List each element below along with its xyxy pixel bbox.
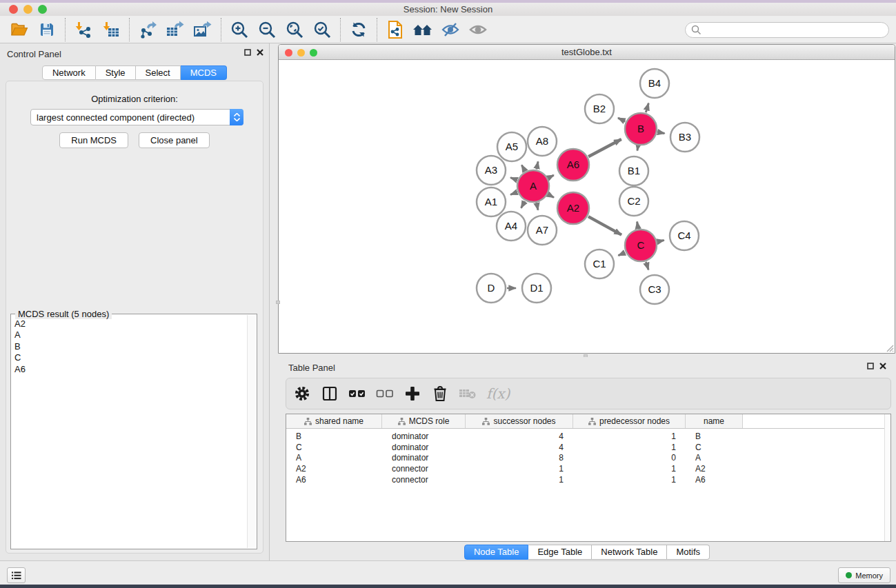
table-row[interactable]: Bdominator41B (286, 431, 890, 442)
node-D1[interactable]: D1 (522, 274, 551, 303)
edge-C-C2 (637, 222, 639, 229)
node-B2[interactable]: B2 (585, 94, 614, 123)
node-B1[interactable]: B1 (619, 156, 648, 185)
network-graph-canvas[interactable]: B4B2BB3A8A5A6A3B1AA1C2A2A4A7C4CC1C3DD1 (279, 61, 894, 353)
result-scrollbar[interactable] (247, 315, 256, 548)
export-image-icon[interactable] (189, 17, 217, 42)
search-input[interactable] (685, 22, 889, 38)
svg-text:D1: D1 (530, 282, 543, 294)
result-item[interactable]: A (11, 330, 247, 341)
cell-successor-nodes: 8 (466, 453, 573, 463)
minimize-window-button[interactable] (23, 5, 32, 14)
criterion-dropdown[interactable]: largest connected component (directed) (30, 109, 243, 125)
column-header-MCDS-role[interactable]: MCDS role (382, 414, 466, 428)
edge-C-C1 (618, 252, 625, 255)
home-icon[interactable] (409, 17, 437, 42)
node-C3[interactable]: C3 (640, 275, 669, 304)
cell-successor-nodes: 1 (466, 464, 573, 474)
column-header-name[interactable]: name (686, 414, 743, 428)
table-row[interactable]: Adominator80A (286, 453, 890, 464)
tab-style[interactable]: Style (96, 65, 136, 80)
result-item[interactable]: B (11, 341, 247, 352)
column-header-shared-name[interactable]: shared name (286, 414, 382, 428)
maximize-network-window-button[interactable] (310, 49, 317, 57)
tab-node-table[interactable]: Node Table (464, 545, 529, 560)
delete-icon[interactable] (431, 385, 449, 403)
task-history-button[interactable] (7, 567, 26, 583)
refresh-icon[interactable] (345, 17, 372, 42)
resize-handle-icon[interactable] (884, 343, 894, 352)
table-row[interactable]: Cdominator41C (286, 442, 890, 453)
close-network-window-button[interactable] (285, 49, 292, 57)
eye-icon[interactable] (464, 17, 492, 42)
clear-checkboxes-icon[interactable] (376, 385, 394, 403)
run-mcds-button[interactable]: Run MCDS (59, 132, 128, 148)
edge-A-A6 (548, 175, 554, 178)
save-session-icon[interactable] (33, 17, 61, 42)
node-C2[interactable]: C2 (619, 187, 648, 216)
zoom-selected-icon[interactable] (308, 17, 336, 42)
memory-button[interactable]: Memory (838, 567, 890, 583)
tab-motifs[interactable]: Motifs (667, 545, 710, 560)
node-A1[interactable]: A1 (477, 187, 506, 216)
result-item[interactable]: A6 (11, 364, 247, 375)
node-A5[interactable]: A5 (497, 132, 526, 161)
select-all-checkboxes-icon[interactable] (348, 385, 366, 403)
close-panel-icon[interactable] (257, 49, 263, 56)
node-A[interactable]: A (517, 170, 549, 202)
tab-edge-table[interactable]: Edge Table (528, 545, 592, 560)
maximize-window-button[interactable] (38, 5, 47, 14)
float-table-panel-icon[interactable] (867, 363, 874, 369)
export-network-icon[interactable] (134, 17, 161, 42)
float-panel-icon[interactable] (244, 49, 251, 56)
add-column-icon[interactable] (404, 385, 421, 403)
minimize-network-window-button[interactable] (297, 49, 305, 57)
result-item[interactable]: C (11, 352, 247, 363)
node-A2[interactable]: A2 (557, 192, 589, 224)
close-table-panel-icon[interactable] (879, 363, 886, 369)
node-A7[interactable]: A7 (528, 216, 557, 245)
zoom-out-icon[interactable] (253, 17, 281, 42)
import-table-icon[interactable] (97, 17, 125, 42)
node-C[interactable]: C (625, 230, 657, 261)
svg-text:A: A (530, 180, 537, 192)
column-header-successor-nodes[interactable]: successor nodes (466, 414, 573, 428)
node-B3[interactable]: B3 (670, 123, 699, 152)
column-header-predecessor-nodes[interactable]: predecessor nodes (573, 414, 686, 428)
network-from-file-icon[interactable] (381, 17, 409, 42)
dropdown-stepper-icon (230, 109, 243, 125)
result-item[interactable]: A2 (11, 318, 247, 330)
network-window-titlebar[interactable]: testGlobe.txt (279, 45, 895, 60)
splitter-grip[interactable] (276, 301, 280, 304)
node-C4[interactable]: C4 (670, 221, 699, 250)
tab-mcds[interactable]: MCDS (181, 65, 227, 80)
table-panel-title: Table Panel (288, 363, 335, 373)
table-scrollbar[interactable] (884, 414, 890, 541)
import-network-icon[interactable] (70, 17, 97, 42)
node-A4[interactable]: A4 (497, 212, 526, 241)
node-D[interactable]: D (477, 274, 506, 303)
close-window-button[interactable] (9, 5, 18, 14)
node-B4[interactable]: B4 (640, 69, 669, 98)
settings-gear-icon[interactable] (293, 385, 311, 403)
zoom-in-icon[interactable] (226, 17, 253, 42)
close-panel-button[interactable]: Close panel (139, 132, 210, 148)
node-A8[interactable]: A8 (528, 127, 557, 156)
table-row[interactable]: A2connector11A2 (286, 463, 890, 474)
svg-text:C: C (637, 239, 645, 251)
node-B[interactable]: B (625, 113, 657, 145)
table-row[interactable]: A6connector11A6 (286, 474, 890, 485)
tab-network-table[interactable]: Network Table (592, 545, 667, 560)
hide-panel-icon[interactable] (437, 17, 464, 42)
node-A6[interactable]: A6 (557, 149, 589, 181)
node-C1[interactable]: C1 (585, 250, 614, 278)
tab-select[interactable]: Select (136, 65, 181, 80)
tab-network[interactable]: Network (42, 65, 96, 80)
open-session-icon[interactable] (6, 17, 33, 42)
node-A3[interactable]: A3 (477, 156, 506, 185)
svg-text:A1: A1 (485, 196, 497, 207)
export-table-icon[interactable] (161, 17, 189, 42)
zoom-fit-icon[interactable] (281, 17, 308, 42)
mcds-result-list[interactable]: A2ABCA6 (11, 318, 247, 547)
show-columns-icon[interactable] (321, 385, 339, 403)
